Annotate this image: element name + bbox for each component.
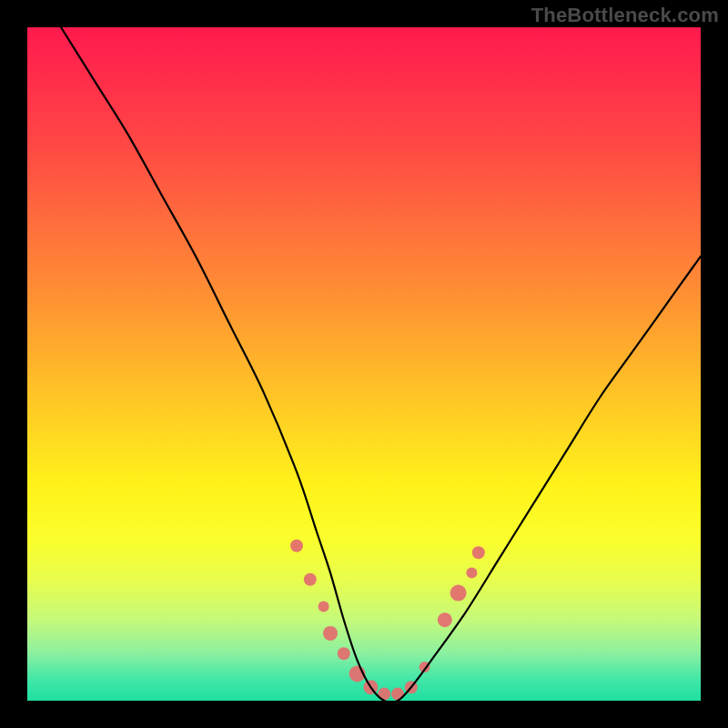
curve-svg xyxy=(27,27,701,701)
chart-frame: TheBottleneck.com xyxy=(0,0,728,728)
curve-marker xyxy=(450,585,467,602)
curve-marker xyxy=(472,546,485,559)
curve-marker xyxy=(466,567,477,578)
bottleneck-curve xyxy=(61,27,701,701)
curve-marker xyxy=(323,626,338,641)
watermark-text: TheBottleneck.com xyxy=(531,4,719,27)
markers-group xyxy=(290,540,485,701)
curve-marker xyxy=(290,540,303,552)
curve-marker xyxy=(318,601,329,612)
curve-marker xyxy=(438,612,452,627)
curve-marker xyxy=(338,647,350,660)
plot-area xyxy=(27,27,701,701)
curve-marker xyxy=(304,573,317,586)
